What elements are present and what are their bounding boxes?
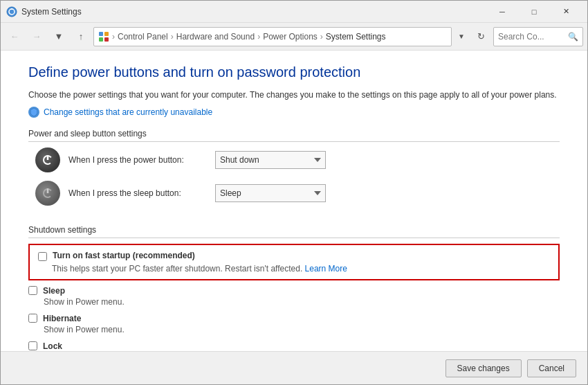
forward-button[interactable]: → — [27, 27, 46, 46]
shutdown-section-header: Shutdown settings — [28, 225, 560, 238]
lock-label[interactable]: Lock — [43, 341, 62, 351]
power-button-label: When I press the power button: — [68, 155, 207, 165]
address-dropdown-button[interactable]: ▼ — [454, 27, 468, 46]
fast-startup-box: Turn on fast startup (recommended) This … — [28, 244, 560, 280]
lock-checkbox-row: Lock Show in account picture menu. — [28, 341, 560, 351]
lock-checkbox[interactable] — [28, 341, 37, 350]
breadcrumb-control-panel[interactable]: Control Panel — [118, 32, 168, 42]
breadcrumb-power-options[interactable]: Power Options — [263, 32, 318, 42]
svg-rect-5 — [99, 37, 103, 42]
shield-icon — [28, 107, 39, 118]
power-symbol-icon — [41, 153, 55, 167]
search-box: 🔍 — [493, 27, 583, 46]
sleep-description: Show in Power menu. — [44, 297, 560, 307]
sleep-checkbox[interactable] — [28, 286, 37, 295]
fast-startup-learn-more[interactable]: Learn More — [305, 264, 347, 274]
sleep-checkbox-row: Sleep Show in Power menu. — [28, 286, 560, 307]
breadcrumb-current: System Settings — [326, 32, 386, 42]
main-window: System Settings ─ □ ✕ ← → ▼ ↑ › Control … — [0, 0, 588, 385]
fast-startup-description: This helps start your PC faster after sh… — [52, 264, 550, 274]
main-content: Define power buttons and turn on passwor… — [1, 51, 587, 351]
maximize-button[interactable]: □ — [518, 1, 550, 23]
address-bar: ← → ▼ ↑ › Control Panel › Hardware and S… — [1, 23, 587, 51]
minimize-button[interactable]: ─ — [486, 1, 518, 23]
close-button[interactable]: ✕ — [550, 1, 582, 23]
shutdown-settings-section: Shutdown settings Turn on fast startup (… — [28, 225, 560, 351]
back-button[interactable]: ← — [5, 27, 24, 46]
title-bar: System Settings ─ □ ✕ — [1, 1, 587, 23]
svg-rect-6 — [104, 37, 109, 42]
power-button-icon — [35, 147, 60, 172]
window-icon — [6, 6, 17, 17]
breadcrumb-hardware-sound[interactable]: Hardware and Sound — [176, 32, 255, 42]
power-button-row: When I press the power button: Shut down… — [28, 147, 560, 172]
power-button-select[interactable]: Shut down Do nothing Sleep Hibernate Tur… — [215, 151, 326, 169]
power-sleep-section-header: Power and sleep button settings — [28, 129, 560, 142]
window-title: System Settings — [21, 7, 486, 17]
sleep-button-label: When I press the sleep button: — [68, 188, 207, 198]
cancel-button[interactable]: Cancel — [527, 359, 576, 377]
page-description: Choose the power settings that you want … — [28, 89, 560, 101]
sleep-button-row: When I press the sleep button: Sleep Do … — [28, 181, 560, 206]
sleep-symbol-icon — [41, 186, 55, 200]
sleep-label[interactable]: Sleep — [43, 286, 65, 296]
svg-rect-4 — [104, 32, 109, 36]
breadcrumb-bar: › Control Panel › Hardware and Sound › P… — [93, 27, 452, 46]
change-settings-link-row: Change settings that are currently unava… — [28, 107, 560, 118]
hibernate-description: Show in Power menu. — [44, 325, 560, 334]
fast-startup-row: Turn on fast startup (recommended) — [38, 251, 550, 261]
page-title: Define power buttons and turn on passwor… — [28, 64, 560, 80]
footer: Save changes Cancel — [1, 351, 587, 384]
hibernate-checkbox[interactable] — [28, 314, 37, 323]
fast-startup-checkbox[interactable] — [38, 252, 47, 261]
fast-startup-label[interactable]: Turn on fast startup (recommended) — [53, 251, 195, 260]
up-button[interactable]: ↑ — [71, 27, 91, 46]
save-changes-button[interactable]: Save changes — [445, 359, 522, 377]
change-settings-link[interactable]: Change settings that are currently unava… — [44, 107, 212, 117]
sleep-button-icon — [35, 181, 60, 206]
svg-rect-3 — [99, 32, 103, 36]
window-controls: ─ □ ✕ — [486, 1, 582, 23]
dropdown-recent-button[interactable]: ▼ — [49, 27, 68, 46]
control-panel-icon — [98, 31, 109, 42]
search-input[interactable] — [498, 32, 565, 42]
search-icon: 🔍 — [568, 32, 578, 42]
hibernate-checkbox-row: Hibernate Show in Power menu. — [28, 314, 560, 334]
power-sleep-button-settings: Power and sleep button settings When I p… — [28, 129, 560, 214]
sleep-button-select[interactable]: Sleep Do nothing Hibernate Shut down Tur… — [215, 184, 326, 202]
hibernate-label[interactable]: Hibernate — [43, 314, 81, 323]
refresh-button[interactable]: ↻ — [471, 27, 490, 46]
